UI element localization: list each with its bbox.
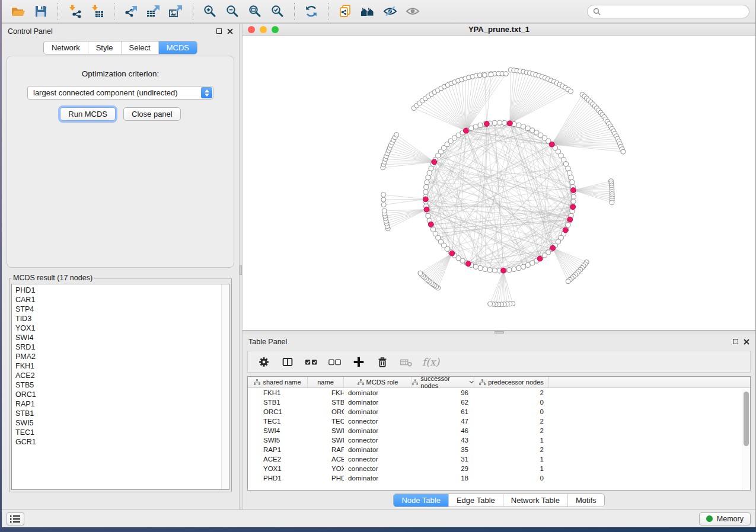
table-settings-button[interactable]	[255, 354, 273, 370]
table-tab[interactable]: Network Table	[503, 494, 567, 507]
network-node[interactable]	[427, 171, 432, 175]
column-browser-button[interactable]	[279, 354, 296, 370]
float-panel-icon[interactable]	[733, 339, 738, 344]
table-row[interactable]: SWI4SWI4dominator462	[248, 426, 750, 435]
mcds-result-item[interactable]: PHD1	[15, 286, 221, 295]
delete-column-button[interactable]	[374, 354, 391, 370]
memory-button[interactable]: Memory	[699, 512, 751, 525]
zoom-out-button[interactable]	[222, 2, 243, 21]
mcds-node[interactable]	[432, 159, 437, 165]
network-node[interactable]	[487, 268, 492, 273]
mcds-node[interactable]	[549, 142, 554, 147]
table-row[interactable]: STB1STB1dominator620	[248, 398, 750, 407]
column-header-name[interactable]: name	[308, 377, 344, 387]
network-node[interactable]	[571, 194, 576, 199]
horizontal-splitter[interactable]	[243, 331, 755, 334]
deselect-all-columns-button[interactable]	[326, 354, 344, 370]
network-node[interactable]	[516, 123, 521, 127]
export-image-button[interactable]	[165, 2, 187, 21]
mcds-result-item[interactable]: SWI5	[15, 418, 221, 428]
network-canvas[interactable]	[243, 36, 755, 330]
mcds-node[interactable]	[567, 217, 573, 222]
mcds-node[interactable]	[428, 222, 433, 227]
import-network-button[interactable]	[64, 2, 85, 21]
network-node[interactable]	[426, 213, 430, 218]
mcds-result-item[interactable]: SRD1	[15, 342, 221, 352]
mcds-result-item[interactable]: FKH1	[15, 361, 221, 371]
satellite-node[interactable]	[381, 203, 386, 207]
column-header-successor-nodes[interactable]: successor nodes	[412, 377, 474, 387]
network-node[interactable]	[473, 124, 478, 129]
mcds-result-item[interactable]: STB5	[15, 380, 221, 390]
network-node[interactable]	[502, 120, 507, 125]
run-mcds-button[interactable]: Run MCDS	[60, 107, 116, 121]
table-row[interactable]: FKH1FKH1dominator962	[248, 388, 750, 398]
table-scrollbar-thumb[interactable]	[744, 392, 749, 446]
network-node[interactable]	[570, 180, 575, 185]
mcds-result-item[interactable]: STB1	[15, 409, 221, 418]
table-row[interactable]: ACE2ACE2connector311	[248, 454, 750, 464]
network-node[interactable]	[566, 166, 570, 171]
table-row[interactable]: PHD1PHD1dominator180	[248, 473, 750, 483]
mcds-node[interactable]	[570, 204, 576, 210]
network-node[interactable]	[571, 199, 576, 204]
mcds-node[interactable]	[423, 197, 428, 202]
column-header-shared-name[interactable]: shared name	[248, 377, 308, 387]
zoom-fit-button[interactable]	[244, 2, 266, 21]
mcds-node[interactable]	[484, 121, 489, 127]
create-column-button[interactable]	[350, 354, 368, 370]
network-node[interactable]	[521, 264, 526, 269]
column-header-MCDS-role[interactable]: MCDS role	[344, 377, 412, 387]
mcds-node[interactable]	[465, 261, 471, 267]
network-node[interactable]	[512, 267, 516, 271]
satellite-node[interactable]	[488, 302, 493, 306]
network-node[interactable]	[516, 265, 521, 270]
hide-selected-button[interactable]	[379, 2, 401, 21]
satellite-node[interactable]	[610, 200, 614, 205]
network-node[interactable]	[521, 124, 526, 129]
mcds-node[interactable]	[537, 256, 543, 261]
network-node[interactable]	[492, 120, 497, 125]
mcds-node[interactable]	[550, 245, 556, 251]
network-node[interactable]	[426, 175, 430, 180]
mcds-node[interactable]	[501, 268, 506, 273]
float-panel-icon[interactable]	[216, 28, 222, 34]
import-table-button[interactable]	[87, 2, 108, 21]
network-node[interactable]	[430, 227, 435, 232]
control-panel-tab[interactable]: Network	[44, 41, 88, 54]
control-panel-tab[interactable]: Style	[88, 41, 121, 54]
mcds-result-item[interactable]: SWI4	[15, 333, 221, 342]
network-node[interactable]	[530, 261, 535, 265]
houses-button[interactable]	[357, 2, 378, 21]
task-history-button[interactable]	[7, 512, 24, 525]
network-node[interactable]	[563, 162, 568, 166]
mcds-result-item[interactable]: ACE2	[15, 371, 221, 380]
network-node[interactable]	[469, 126, 474, 131]
mcds-node[interactable]	[563, 227, 568, 233]
copy-network-button[interactable]	[334, 2, 356, 21]
control-panel-tab[interactable]: MCDS	[158, 41, 197, 54]
network-node[interactable]	[423, 190, 428, 194]
mcds-result-item[interactable]: ORC1	[15, 390, 221, 399]
list-scrollbar[interactable]	[221, 284, 229, 489]
satellite-node[interactable]	[569, 89, 573, 94]
network-node[interactable]	[473, 264, 478, 269]
network-view[interactable]	[243, 36, 755, 330]
open-file-button[interactable]	[8, 2, 29, 21]
network-node[interactable]	[525, 262, 530, 267]
splitter-grip[interactable]	[495, 331, 504, 334]
select-all-columns-button[interactable]	[302, 354, 320, 370]
network-node[interactable]	[507, 268, 512, 273]
network-node[interactable]	[567, 171, 572, 175]
network-node[interactable]	[569, 175, 573, 180]
export-network-button[interactable]	[120, 2, 142, 21]
criterion-select[interactable]: largest connected component (undirected)	[27, 86, 213, 100]
network-node[interactable]	[478, 123, 483, 127]
refresh-button[interactable]	[301, 2, 322, 21]
table-row[interactable]: YOX1YOX1connector291	[248, 464, 750, 473]
mcds-result-item[interactable]: YOX1	[15, 323, 221, 333]
minimize-window-icon[interactable]	[260, 26, 267, 33]
satellite-node[interactable]	[482, 73, 487, 78]
save-session-button[interactable]	[30, 2, 52, 21]
satellite-node[interactable]	[566, 279, 570, 284]
